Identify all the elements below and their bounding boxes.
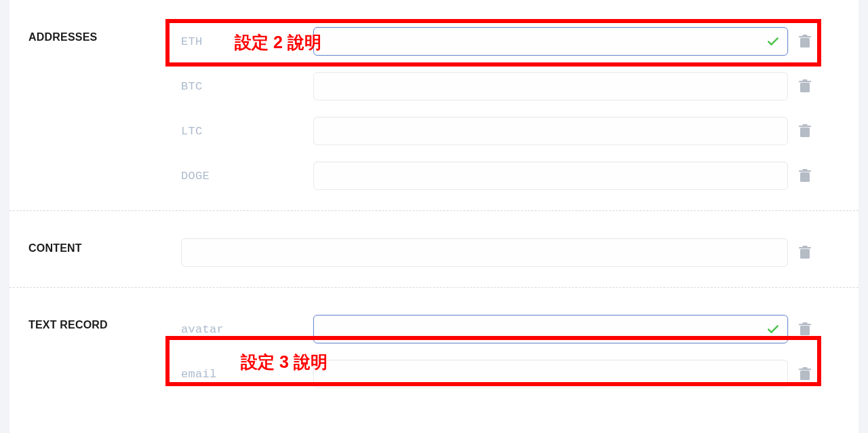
trash-icon[interactable] xyxy=(797,245,812,260)
input-wrap-avatar xyxy=(313,315,788,343)
svg-rect-11 xyxy=(803,169,808,171)
input-ltc[interactable] xyxy=(313,117,788,145)
svg-rect-9 xyxy=(800,172,810,182)
svg-rect-12 xyxy=(800,249,810,259)
check-icon xyxy=(766,35,780,48)
trash-icon[interactable] xyxy=(797,168,812,183)
section-title-text-record: TEXT RECORD xyxy=(28,315,181,331)
svg-rect-18 xyxy=(800,371,810,380)
svg-rect-2 xyxy=(803,35,808,37)
section-title-content: CONTENT xyxy=(28,238,181,255)
label-eth: ETH xyxy=(181,35,313,48)
field-row-email: email xyxy=(181,360,846,388)
trash-icon[interactable] xyxy=(797,124,812,138)
label-email: email xyxy=(181,368,313,381)
field-row-ltc: LTC xyxy=(181,117,846,145)
svg-rect-3 xyxy=(800,83,810,92)
input-wrap-email xyxy=(313,360,788,388)
svg-rect-8 xyxy=(803,124,808,126)
label-doge: DOGE xyxy=(181,170,313,183)
input-wrap-doge xyxy=(313,162,788,190)
input-wrap-content xyxy=(181,238,788,267)
input-doge[interactable] xyxy=(313,162,788,190)
svg-rect-0 xyxy=(800,38,810,48)
input-content[interactable] xyxy=(181,238,788,267)
field-row-btc: BTC xyxy=(181,72,846,100)
section-text-record: TEXT RECORD avatar email xyxy=(9,288,859,409)
input-wrap-ltc xyxy=(313,117,788,145)
field-row-eth: ETH xyxy=(181,27,846,56)
input-wrap-eth xyxy=(313,27,788,56)
section-addresses: ADDRESSES ETH BTC xyxy=(9,0,859,211)
svg-rect-6 xyxy=(800,128,810,137)
trash-icon[interactable] xyxy=(797,79,812,94)
svg-rect-17 xyxy=(803,322,808,324)
text-record-fields: avatar email xyxy=(181,315,846,388)
input-wrap-btc xyxy=(313,72,788,100)
section-content: CONTENT xyxy=(9,211,859,288)
svg-rect-5 xyxy=(803,79,808,81)
input-avatar[interactable] xyxy=(313,315,788,343)
field-row-content xyxy=(181,238,846,267)
input-btc[interactable] xyxy=(313,72,788,100)
section-title-addresses: ADDRESSES xyxy=(28,27,181,43)
input-eth[interactable] xyxy=(313,27,788,56)
trash-icon[interactable] xyxy=(797,366,812,381)
trash-icon[interactable] xyxy=(797,322,812,337)
svg-rect-20 xyxy=(803,367,808,369)
svg-rect-15 xyxy=(800,326,810,335)
label-btc: BTC xyxy=(181,80,313,93)
label-avatar: avatar xyxy=(181,323,313,336)
content-fields xyxy=(181,238,846,267)
check-icon xyxy=(766,322,780,336)
field-row-avatar: avatar xyxy=(181,315,846,343)
trash-icon[interactable] xyxy=(797,34,812,49)
input-email[interactable] xyxy=(313,360,788,388)
label-ltc: LTC xyxy=(181,125,313,138)
addresses-fields: ETH BTC xyxy=(181,27,846,190)
field-row-doge: DOGE xyxy=(181,162,846,190)
svg-rect-14 xyxy=(803,246,808,248)
settings-panel: ADDRESSES ETH BTC xyxy=(9,0,859,433)
